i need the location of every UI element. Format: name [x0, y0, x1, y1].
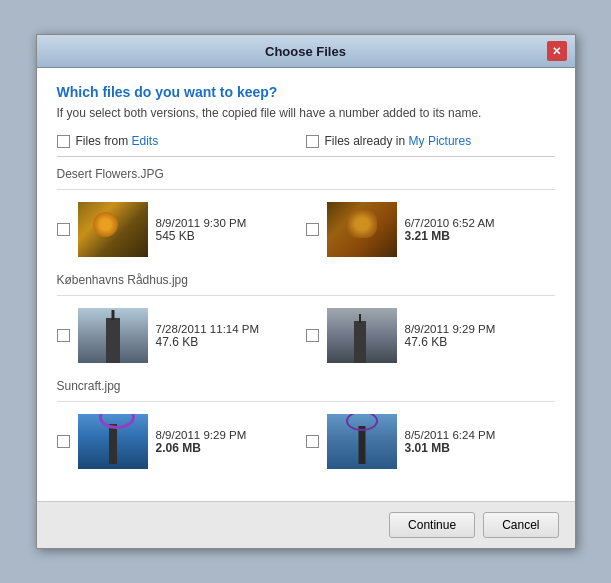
file-size-1-1: 47.6 KB: [405, 335, 496, 349]
left-column-checkbox[interactable]: [57, 135, 70, 148]
file-date-1-1: 8/9/2011 9:29 PM: [405, 323, 496, 335]
file-date-2-0: 8/9/2011 9:29 PM: [156, 429, 247, 441]
file-date-0-1: 6/7/2010 6:52 AM: [405, 217, 495, 229]
right-column-label: Files already in My Pictures: [325, 134, 472, 148]
right-column-checkbox[interactable]: [306, 135, 319, 148]
left-column-label: Files from Edits: [76, 134, 159, 148]
file-group-0: Desert Flowers.JPG8/9/2011 9:30 PM545 KB…: [57, 167, 555, 261]
file-thumbnail-2-1: [327, 414, 397, 469]
file-thumbnail-0-0: [78, 202, 148, 257]
file-groups-container: Desert Flowers.JPG8/9/2011 9:30 PM545 KB…: [57, 167, 555, 473]
file-row-0: 8/9/2011 9:30 PM545 KB6/7/2010 6:52 AM3.…: [57, 198, 555, 261]
file-info-2-0: 8/9/2011 9:29 PM2.06 MB: [156, 429, 247, 455]
file-entry-1-right: 8/9/2011 9:29 PM47.6 KB: [306, 304, 555, 367]
file-size-2-1: 3.01 MB: [405, 441, 496, 455]
file-group-name-0: Desert Flowers.JPG: [57, 167, 555, 183]
file-group-2: Suncraft.jpg8/9/2011 9:29 PM2.06 MB8/5/2…: [57, 379, 555, 473]
file-info-2-1: 8/5/2011 6:24 PM3.01 MB: [405, 429, 496, 455]
file-info-0-0: 8/9/2011 9:30 PM545 KB: [156, 217, 247, 243]
cancel-button[interactable]: Cancel: [483, 512, 558, 538]
dialog-footer: Continue Cancel: [37, 501, 575, 548]
file-row-2: 8/9/2011 9:29 PM2.06 MB8/5/2011 6:24 PM3…: [57, 410, 555, 473]
dialog-body: Which files do you want to keep? If you …: [37, 68, 575, 501]
file-checkbox-2-0[interactable]: [57, 435, 70, 448]
subtitle-text: If you select both versions, the copied …: [57, 106, 555, 120]
file-checkbox-1-0[interactable]: [57, 329, 70, 342]
left-column-header: Files from Edits: [57, 134, 306, 148]
file-checkbox-0-0[interactable]: [57, 223, 70, 236]
dialog-title: Choose Files: [65, 44, 547, 59]
file-size-1-0: 47.6 KB: [156, 335, 260, 349]
file-entry-1-left: 7/28/2011 11:14 PM47.6 KB: [57, 304, 306, 367]
choose-files-dialog: Choose Files ✕ Which files do you want t…: [36, 34, 576, 549]
right-column-header: Files already in My Pictures: [306, 134, 555, 148]
file-row-1: 7/28/2011 11:14 PM47.6 KB8/9/2011 9:29 P…: [57, 304, 555, 367]
file-info-0-1: 6/7/2010 6:52 AM3.21 MB: [405, 217, 495, 243]
close-button[interactable]: ✕: [547, 41, 567, 61]
file-checkbox-1-1[interactable]: [306, 329, 319, 342]
file-thumbnail-1-0: [78, 308, 148, 363]
file-date-1-0: 7/28/2011 11:14 PM: [156, 323, 260, 335]
file-checkbox-0-1[interactable]: [306, 223, 319, 236]
file-group-name-1: Københavns Rådhus.jpg: [57, 273, 555, 289]
edits-link[interactable]: Edits: [132, 134, 159, 148]
file-thumbnail-2-0: [78, 414, 148, 469]
file-checkbox-2-1[interactable]: [306, 435, 319, 448]
file-date-0-0: 8/9/2011 9:30 PM: [156, 217, 247, 229]
file-entry-0-right: 6/7/2010 6:52 AM3.21 MB: [306, 198, 555, 261]
file-thumbnail-0-1: [327, 202, 397, 257]
file-entry-2-right: 8/5/2011 6:24 PM3.01 MB: [306, 410, 555, 473]
my-pictures-link[interactable]: My Pictures: [409, 134, 472, 148]
continue-button[interactable]: Continue: [389, 512, 475, 538]
file-group-1: Københavns Rådhus.jpg7/28/2011 11:14 PM4…: [57, 273, 555, 367]
file-info-1-0: 7/28/2011 11:14 PM47.6 KB: [156, 323, 260, 349]
question-text: Which files do you want to keep?: [57, 84, 555, 100]
file-date-2-1: 8/5/2011 6:24 PM: [405, 429, 496, 441]
title-bar: Choose Files ✕: [37, 35, 575, 68]
column-headers: Files from Edits Files already in My Pic…: [57, 134, 555, 157]
file-entry-0-left: 8/9/2011 9:30 PM545 KB: [57, 198, 306, 261]
file-size-2-0: 2.06 MB: [156, 441, 247, 455]
file-info-1-1: 8/9/2011 9:29 PM47.6 KB: [405, 323, 496, 349]
file-entry-2-left: 8/9/2011 9:29 PM2.06 MB: [57, 410, 306, 473]
file-thumbnail-1-1: [327, 308, 397, 363]
file-size-0-0: 545 KB: [156, 229, 247, 243]
file-group-name-2: Suncraft.jpg: [57, 379, 555, 395]
file-size-0-1: 3.21 MB: [405, 229, 495, 243]
